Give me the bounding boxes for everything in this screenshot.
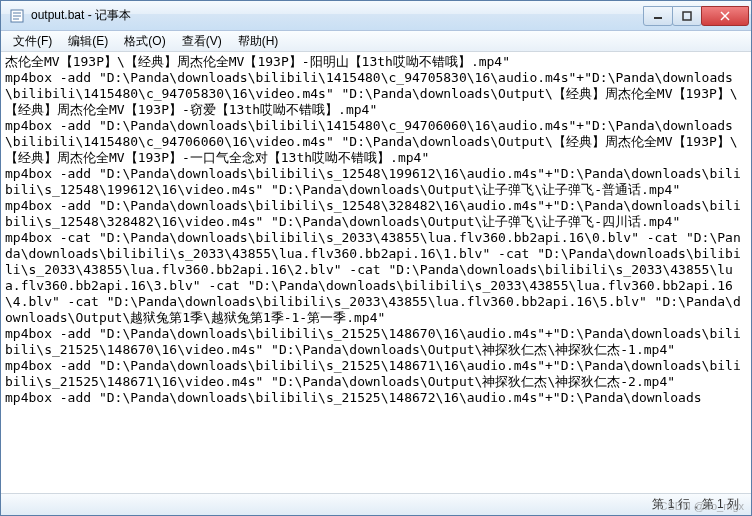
cursor-position: 第 1 行，第 1 列 (652, 496, 739, 513)
close-button[interactable] (701, 6, 749, 26)
statusbar: 第 1 行，第 1 列 (1, 493, 751, 515)
svg-rect-5 (683, 12, 691, 20)
menu-edit[interactable]: 编辑(E) (60, 31, 116, 52)
maximize-button[interactable] (672, 6, 702, 26)
menu-file[interactable]: 文件(F) (5, 31, 60, 52)
menu-help[interactable]: 帮助(H) (230, 31, 287, 52)
menubar: 文件(F) 编辑(E) 格式(O) 查看(V) 帮助(H) (1, 31, 751, 52)
notepad-window: output.bat - 记事本 文件(F) 编辑(E) 格式(O) 查看(V)… (0, 0, 752, 516)
titlebar[interactable]: output.bat - 记事本 (1, 1, 751, 31)
menu-view[interactable]: 查看(V) (174, 31, 230, 52)
window-controls (644, 6, 749, 26)
window-title: output.bat - 记事本 (31, 7, 644, 24)
text-area[interactable]: 杰伦全MV【193P】\【经典】周杰伦全MV【193P】-阳明山【13th哎呦不… (1, 52, 751, 493)
minimize-button[interactable] (643, 6, 673, 26)
menu-format[interactable]: 格式(O) (116, 31, 173, 52)
app-icon (9, 8, 25, 24)
